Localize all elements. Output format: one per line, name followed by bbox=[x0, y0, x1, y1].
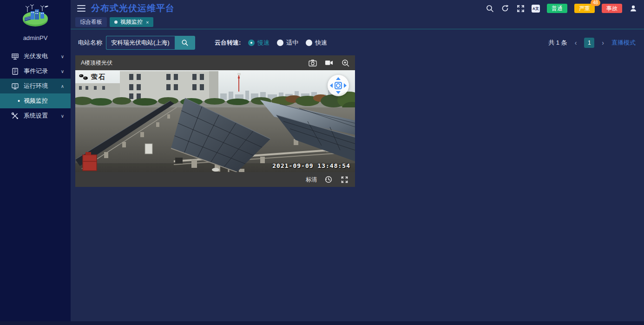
video-timestamp: 2021-09-09 13:48:54 bbox=[272, 162, 350, 169]
document-icon bbox=[11, 67, 19, 75]
tab-label: 视频监控 bbox=[120, 18, 143, 26]
page-number[interactable]: 1 bbox=[584, 38, 594, 48]
close-tab-icon[interactable]: × bbox=[146, 20, 149, 25]
sidebar-item-label: 系统设置 bbox=[24, 112, 48, 120]
tab-video-monitoring[interactable]: 视频监控 × bbox=[110, 17, 153, 27]
app-logo bbox=[0, 0, 71, 31]
page-bottom-strip bbox=[0, 321, 644, 325]
ptz-speed-label: 云台转速: bbox=[215, 39, 241, 47]
chevron-up-icon: ∧ bbox=[61, 84, 64, 89]
camera-panel-footer: 标清 bbox=[75, 172, 355, 187]
sidebar-subitem-label: 视频监控 bbox=[24, 97, 48, 105]
status-badge-accident[interactable]: 事故 bbox=[602, 4, 622, 13]
badge-label: 严重 bbox=[579, 5, 590, 12]
radio-selected-icon bbox=[248, 40, 255, 46]
solar-panel-icon bbox=[11, 53, 19, 60]
ptz-down-arrow-icon[interactable] bbox=[336, 91, 341, 94]
radio-label: 快速 bbox=[315, 39, 327, 47]
snapshot-camera-icon[interactable] bbox=[309, 59, 317, 66]
sidebar-subitem-video-monitoring[interactable]: • 视频监控 bbox=[0, 93, 71, 108]
ezviz-watermark: 萤石 bbox=[79, 73, 106, 81]
radio-speed-slow[interactable]: 慢速 bbox=[248, 39, 269, 47]
camera-header-actions bbox=[309, 59, 349, 66]
record-video-icon[interactable] bbox=[325, 59, 333, 66]
next-page-button[interactable]: › bbox=[601, 39, 605, 46]
chevron-down-icon: ∨ bbox=[61, 69, 64, 74]
bullet-dot: • bbox=[18, 98, 20, 104]
ptz-left-arrow-icon[interactable] bbox=[330, 83, 333, 88]
sidebar-item-operating-environment[interactable]: 运行环境 ∧ bbox=[0, 79, 71, 93]
sidebar-item-system-settings[interactable]: 系统设置 ∨ bbox=[0, 108, 71, 123]
radio-unselected-icon bbox=[306, 40, 312, 46]
monitor-icon bbox=[11, 82, 19, 90]
user-icon[interactable] bbox=[629, 4, 637, 13]
search-button[interactable] bbox=[175, 36, 195, 50]
station-search-box bbox=[106, 36, 195, 50]
prev-page-button[interactable]: ‹ bbox=[574, 39, 578, 46]
app-title: 分布式光伏运维平台 bbox=[91, 2, 175, 14]
sidebar: adminPV 光伏发电 ∨ 事件记录 ∨ bbox=[0, 0, 71, 325]
quality-selector[interactable]: 标清 bbox=[306, 176, 317, 184]
top-header: 分布式光伏运维平台 bbox=[71, 0, 644, 17]
sidebar-item-label: 事件记录 bbox=[24, 67, 48, 75]
video-stream[interactable]: 萤石 2021-09-09 13:48:54 bbox=[75, 70, 355, 172]
camera-title: A楼顶楼光伏 bbox=[81, 59, 112, 67]
search-icon[interactable] bbox=[486, 4, 494, 13]
search-icon bbox=[181, 39, 189, 46]
chevron-down-icon: ∨ bbox=[61, 54, 64, 59]
replay-icon[interactable] bbox=[324, 176, 333, 183]
chevron-down-icon: ∨ bbox=[61, 113, 64, 119]
pagination-area: 共 1 条 ‹ 1 › 直播模式 bbox=[548, 38, 636, 48]
tools-icon bbox=[11, 112, 19, 120]
tab-dashboard[interactable]: 综合看板 bbox=[75, 17, 107, 27]
station-name-input[interactable] bbox=[106, 36, 175, 50]
camera-panel-header: A楼顶楼光伏 bbox=[75, 55, 355, 70]
badge-label: 普通 bbox=[552, 5, 563, 12]
sidebar-item-label: 光伏发电 bbox=[24, 52, 48, 60]
camera-panel: A楼顶楼光伏 bbox=[75, 55, 355, 187]
hamburger-menu-icon[interactable] bbox=[77, 5, 85, 12]
ptz-center-icon[interactable] bbox=[335, 82, 342, 89]
refresh-icon[interactable] bbox=[501, 4, 509, 13]
fullscreen-icon[interactable] bbox=[516, 4, 525, 13]
sidebar-item-label: 运行环境 bbox=[24, 82, 48, 90]
sidebar-item-event-records[interactable]: 事件记录 ∨ bbox=[0, 64, 71, 79]
live-mode-link[interactable]: 直播模式 bbox=[611, 39, 636, 47]
username: adminPV bbox=[0, 34, 71, 41]
radio-label: 适中 bbox=[286, 39, 298, 47]
ptz-up-arrow-icon[interactable] bbox=[336, 77, 341, 80]
station-name-label: 电站名称 bbox=[78, 39, 102, 47]
tab-label: 综合看板 bbox=[80, 18, 102, 26]
ptz-speed-group: 云台转速: 慢速 适中 快速 bbox=[215, 39, 327, 47]
zoom-in-icon[interactable] bbox=[341, 59, 349, 66]
main-area: 分布式光伏运维平台 bbox=[71, 0, 644, 325]
radio-unselected-icon bbox=[277, 40, 283, 46]
ezviz-logo-icon bbox=[79, 74, 89, 80]
sidebar-menu: 光伏发电 ∨ 事件记录 ∨ 运行环境 ∧ • 视频 bbox=[0, 49, 71, 123]
active-dot bbox=[114, 20, 118, 24]
filter-toolbar: 电站名称 云台转速: 慢速 适中 快速 bbox=[71, 29, 644, 55]
radio-speed-fast[interactable]: 快速 bbox=[306, 39, 327, 47]
pv-city-logo-icon bbox=[21, 4, 50, 29]
ptz-right-arrow-icon[interactable] bbox=[344, 83, 347, 88]
sidebar-item-pv-generation[interactable]: 光伏发电 ∨ bbox=[0, 49, 71, 64]
total-count: 共 1 条 bbox=[548, 39, 567, 47]
translate-icon[interactable]: A文 bbox=[532, 5, 540, 13]
radio-speed-medium[interactable]: 适中 bbox=[277, 39, 298, 47]
notification-count-badge: 48 bbox=[591, 0, 600, 6]
status-badge-normal[interactable]: 普通 bbox=[547, 4, 567, 13]
badge-label: 事故 bbox=[606, 5, 618, 12]
video-fullscreen-icon[interactable] bbox=[340, 176, 348, 183]
tab-bar: 综合看板 视频监控 × bbox=[71, 17, 644, 29]
status-badge-severe[interactable]: 严重 48 bbox=[574, 4, 595, 13]
ptz-control[interactable] bbox=[328, 75, 349, 96]
watermark-text: 萤石 bbox=[91, 73, 106, 81]
radio-label: 慢速 bbox=[257, 39, 269, 47]
header-actions: A文 普通 严重 48 事故 bbox=[486, 4, 637, 13]
rooftop-pv-scene bbox=[75, 70, 355, 172]
